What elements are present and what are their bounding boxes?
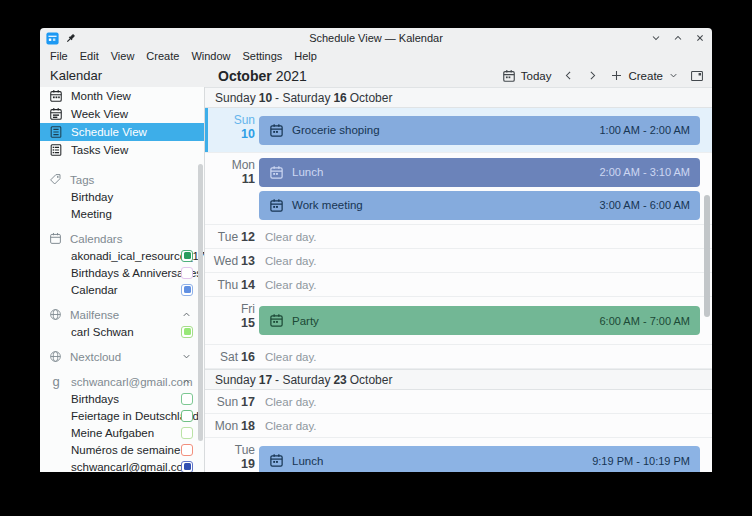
week-header: Sunday10- Saturday16October: [205, 87, 712, 108]
day-row-sun-17[interactable]: Sun17 Clear day.: [205, 390, 712, 414]
menu-edit[interactable]: Edit: [74, 50, 105, 62]
chevron-up-icon[interactable]: [181, 376, 192, 387]
chevron-down-icon[interactable]: [181, 351, 192, 362]
event-party[interactable]: Party 6:00 AM - 7:00 AM: [259, 306, 700, 335]
calendar-checkbox[interactable]: [181, 461, 193, 473]
account-header-gmail[interactable]: g schwancarl@gmail.com: [40, 373, 204, 390]
sidebar-item-month-view[interactable]: Month View: [40, 87, 204, 105]
day-row-sat-16[interactable]: Sat16 Clear day.: [205, 345, 712, 369]
day-row-sun-10[interactable]: Sun 10 Grocerie shoping 1:00 AM - 2:00 A…: [205, 108, 712, 153]
titlebar[interactable]: Schedule View — Kalendar: [40, 28, 712, 48]
account-header-nextcloud[interactable]: Nextcloud: [40, 348, 204, 365]
day-row-tue-19[interactable]: Tue 19 Lunch 9:19 PM - 10:19 PM: [205, 438, 712, 472]
calendar-item-carl-schwan[interactable]: carl Schwan: [40, 323, 204, 340]
event-grocerie-shoping[interactable]: Grocerie shoping 1:00 AM - 2:00 AM: [259, 116, 700, 145]
tag-item-birthday[interactable]: Birthday: [40, 188, 204, 205]
schedule-view-icon: [49, 125, 63, 139]
year-label: 2021: [276, 68, 307, 84]
tag-item-meeting[interactable]: Meeting: [40, 205, 204, 222]
today-accent-bar: [205, 108, 208, 152]
sidebar-item-label: Week View: [71, 108, 128, 120]
maximize-button[interactable]: [672, 32, 684, 44]
menu-help[interactable]: Help: [288, 50, 323, 62]
calendars-section: Calendars akonadi_ical_resource_17 Birth…: [40, 230, 204, 298]
sidebar-toggle-button[interactable]: [690, 69, 704, 83]
menu-create[interactable]: Create: [140, 50, 185, 62]
clear-day-label: Clear day.: [265, 351, 317, 363]
divider: [40, 159, 204, 163]
previous-button[interactable]: [562, 69, 575, 82]
sidebar-item-tasks-view[interactable]: Tasks View: [40, 141, 204, 159]
calendar-item-akonadi[interactable]: akonadi_ical_resource_17: [40, 247, 204, 264]
calendar-checkbox[interactable]: [181, 444, 193, 456]
today-label: Today: [521, 70, 552, 82]
minimize-button[interactable]: [650, 32, 662, 44]
calendar-item-numeros-de-semaine[interactable]: Numéros de semaine: [40, 441, 204, 458]
calendar-checkbox[interactable]: [181, 427, 193, 439]
calendars-section-header[interactable]: Calendars: [40, 230, 204, 247]
day-row-tue-12[interactable]: Tue12 Clear day.: [205, 225, 712, 249]
sidebar-item-week-view[interactable]: Week View: [40, 105, 204, 123]
schedule-scrollbar[interactable]: [704, 195, 710, 317]
event-title: Lunch: [292, 455, 323, 467]
menu-window[interactable]: Window: [185, 50, 236, 62]
calendar-checkbox[interactable]: [181, 267, 193, 279]
mailfense-account-section: Mailfense carl Schwan: [40, 306, 204, 340]
globe-icon: [49, 350, 62, 363]
calendar-item-birthdays-anniversaries[interactable]: Birthdays & Anniversaries: [40, 264, 204, 281]
calendar-item-calendar[interactable]: Calendar: [40, 281, 204, 298]
sidebar-scrollbar[interactable]: [198, 164, 203, 441]
close-button[interactable]: [694, 32, 706, 44]
day-number: 10: [205, 127, 255, 141]
day-number: 15: [205, 316, 255, 330]
calendar-item-birthdays[interactable]: Birthdays: [40, 390, 204, 407]
schedule-view: Sunday10- Saturday16October Sun 10 Groce…: [205, 87, 712, 472]
create-button[interactable]: Create: [610, 69, 679, 82]
event-time: 9:19 PM - 10:19 PM: [592, 455, 690, 467]
sidebar-item-schedule-view[interactable]: Schedule View: [40, 123, 204, 141]
event-lunch[interactable]: Lunch 9:19 PM - 10:19 PM: [259, 446, 700, 472]
today-button[interactable]: Today: [502, 69, 552, 83]
section-title: Tags: [70, 174, 94, 186]
calendar-checkbox[interactable]: [181, 250, 193, 262]
tags-section: Tags Birthday Meeting: [40, 171, 204, 222]
day-row-mon-18[interactable]: Mon18 Clear day.: [205, 414, 712, 438]
calendar-item-meine-aufgaben[interactable]: Meine Aufgaben: [40, 424, 204, 441]
next-button[interactable]: [586, 69, 599, 82]
event-lunch[interactable]: Lunch 2:00 AM - 3:10 AM: [259, 158, 700, 187]
panel-icon: [690, 69, 704, 83]
calendar-item-feiertage[interactable]: Feiertage in Deutschland: [40, 407, 204, 424]
window-title: Schedule View — Kalendar: [40, 32, 712, 44]
event-time: 6:00 AM - 7:00 AM: [600, 315, 691, 327]
day-row-mon-11[interactable]: Mon 11 Lunch 2:00 AM - 3:10 AM Work meet…: [205, 153, 712, 225]
day-row-fri-15[interactable]: Fri 15 Party 6:00 AM - 7:00 AM: [205, 297, 712, 345]
chevron-down-icon: [668, 70, 679, 81]
event-work-meeting[interactable]: Work meeting 3:00 AM - 6:00 AM: [259, 191, 700, 220]
menu-view[interactable]: View: [105, 50, 141, 62]
chevron-up-icon[interactable]: [181, 309, 192, 320]
clear-day-label: Clear day.: [265, 420, 317, 432]
tags-section-header[interactable]: Tags: [40, 171, 204, 188]
menu-file[interactable]: File: [44, 50, 74, 62]
chevron-right-icon: [586, 69, 599, 82]
header-toolbar: Kalendar October 2021 Today Cre: [40, 64, 712, 87]
calendar-checkbox[interactable]: [181, 393, 193, 405]
calendar-checkbox[interactable]: [181, 284, 193, 296]
calendar-item-schwancarl[interactable]: schwancarl@gmail.com: [40, 458, 204, 472]
day-row-thu-14[interactable]: Thu14 Clear day.: [205, 273, 712, 297]
event-time: 3:00 AM - 6:00 AM: [600, 199, 691, 211]
section-title: schwancarl@gmail.com: [71, 376, 193, 388]
account-header-mailfense[interactable]: Mailfense: [40, 306, 204, 323]
menu-settings[interactable]: Settings: [237, 50, 289, 62]
calendar-icon: [49, 232, 62, 245]
today-calendar-icon: [502, 69, 516, 83]
kalendar-window: Schedule View — Kalendar File Edit View …: [40, 28, 712, 472]
sidebar: Month View Week View Schedule View Tasks…: [40, 87, 205, 472]
event-title: Grocerie shoping: [292, 124, 380, 136]
month-label: October: [218, 68, 272, 84]
pin-icon[interactable]: [65, 33, 76, 44]
event-calendar-icon: [269, 313, 284, 328]
day-row-wed-13[interactable]: Wed13 Clear day.: [205, 249, 712, 273]
calendar-checkbox[interactable]: [181, 326, 193, 338]
calendar-checkbox[interactable]: [181, 410, 193, 422]
